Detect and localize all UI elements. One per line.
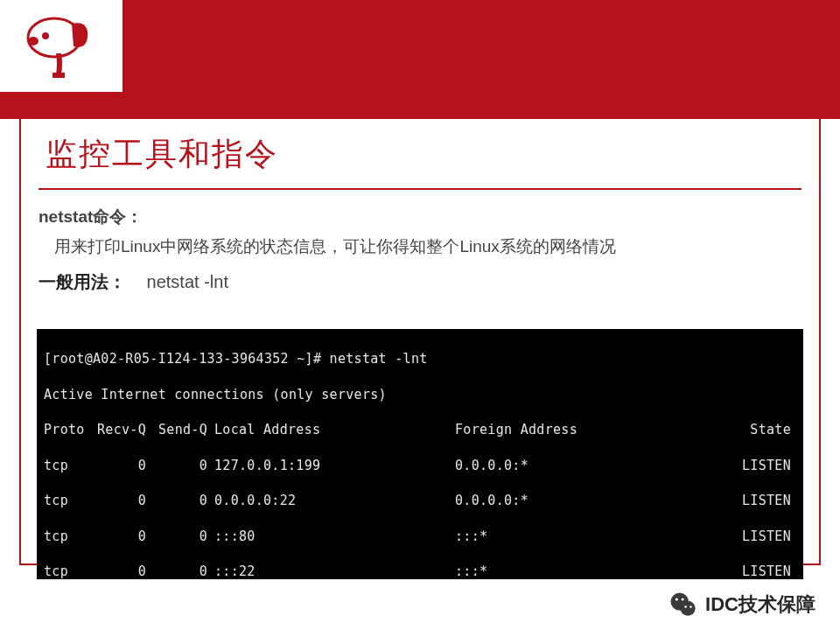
- terminal-row: tcp00127.0.0.1:1990.0.0.0:*LISTEN: [44, 457, 796, 474]
- command-name: netstat命令：: [38, 206, 802, 228]
- terminal-row: tcp000.0.0.0:220.0.0.0:*LISTEN: [44, 492, 796, 509]
- svg-point-5: [681, 601, 696, 616]
- title-block: 监控工具和指令: [38, 119, 802, 190]
- svg-rect-3: [52, 73, 65, 78]
- svg-point-9: [690, 606, 692, 608]
- terminal-row: tcp00:::22:::*LISTEN: [44, 563, 796, 580]
- header-band: [0, 0, 840, 119]
- footer: IDC技术保障: [0, 579, 840, 630]
- content-body: netstat命令： 用来打印Linux中网络系统的状态信息，可让你得知整个Li…: [21, 190, 819, 620]
- svg-point-1: [42, 32, 49, 39]
- terminal-header-line: Active Internet connections (only server…: [44, 386, 796, 403]
- terminal-prompt: [root@A02-R05-I124-133-3964352 ~]# netst…: [44, 350, 796, 368]
- jd-dog-icon: [18, 11, 105, 81]
- svg-point-8: [684, 606, 687, 608]
- usage-label: 一般用法：: [38, 272, 126, 291]
- terminal-columns: ProtoRecv-QSend-QLocal AddressForeign Ad…: [44, 421, 796, 438]
- content-card: 监控工具和指令 netstat命令： 用来打印Linux中网络系统的状态信息，可…: [19, 119, 821, 565]
- terminal-row: tcp00:::80:::*LISTEN: [44, 528, 796, 545]
- footer-label: IDC技术保障: [705, 592, 816, 618]
- terminal-output: [root@A02-R05-I124-133-3964352 ~]# netst…: [37, 329, 803, 620]
- svg-point-6: [676, 598, 678, 601]
- brand-logo: [0, 0, 122, 92]
- page-title: 监控工具和指令: [46, 133, 802, 176]
- usage-command: netstat -lnt: [147, 272, 228, 291]
- usage-line: 一般用法： netstat -lnt: [38, 270, 802, 294]
- svg-point-2: [28, 37, 38, 46]
- svg-point-7: [682, 598, 684, 601]
- wechat-icon: [668, 590, 698, 620]
- command-description: 用来打印Linux中网络系统的状态信息，可让你得知整个Linux系统的网络情况: [54, 235, 802, 258]
